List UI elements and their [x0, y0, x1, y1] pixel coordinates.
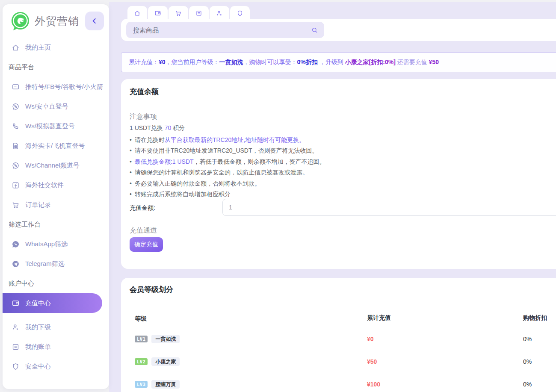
main-area: 累计充值：¥0，您当前用户等级：一贫如洗，购物时可以享受：0%折扣 ，升级到 小…	[109, 2, 556, 392]
chat-icon	[12, 83, 20, 91]
sidebar-item[interactable]: 我的主页	[3, 38, 109, 57]
sidebar-item-label: Ws/Channel频道号	[25, 162, 80, 170]
recharge-card: 充值余额 注意事项 1 USDT兑换 70 积分 请在兑换时从平台获取最新的TR…	[121, 79, 556, 269]
level-name: 一贫如洗	[151, 335, 180, 343]
sidebar-item-label: 我的账单	[25, 343, 51, 351]
sidebar-item[interactable]: 订单记录	[3, 195, 109, 215]
cart-icon	[175, 10, 182, 17]
sidebar-item[interactable]: 海外社交软件	[3, 175, 109, 195]
level-discount: 0%	[523, 378, 532, 391]
sidebar-item-label: 海外社交软件	[25, 181, 64, 189]
sidebar-section-label: 商品平台	[3, 57, 109, 77]
team-icon	[216, 10, 223, 17]
sidebar-item[interactable]: WhatsApp筛选	[3, 234, 109, 254]
level-row: LV3腰缠万贯¥1000%	[121, 378, 556, 391]
sidebar-section-label: 账户中心	[3, 274, 109, 293]
banner-text: 累计充值：¥0，您当前用户等级：一贫如洗，购物时可以享受：0%折扣 ，升级到 小…	[129, 59, 439, 66]
bill-icon	[12, 343, 20, 351]
note-item: 最低兑换金额:1 USDT，若低于最低金额，则余额不增加，资产不追回。	[130, 156, 325, 167]
level-discount: 0%	[523, 333, 532, 345]
sidebar-item-label: 充值中心	[25, 299, 51, 307]
cart-icon	[12, 201, 20, 209]
note-item: 务必要输入正确的付款金额，否则将收不到款。	[130, 178, 325, 189]
level-badge: LV3	[135, 381, 148, 388]
sidebar-item-label: Ws/安卓直登号	[25, 103, 68, 111]
sidebar-item-label: 我的主页	[25, 44, 51, 52]
app-logo-icon	[10, 11, 30, 31]
sidebar-item-label: 我的下级	[25, 323, 51, 331]
search-input[interactable]	[132, 26, 311, 34]
sidebar-item-label: 订单记录	[25, 201, 51, 209]
sidebar-item[interactable]: 安全中心	[3, 357, 109, 376]
header-card	[121, 19, 556, 41]
sidebar-item[interactable]: 推特号/FB号/谷歌号/小火箭	[3, 77, 109, 97]
note-item: 请不要使用非TRC20地址发送TRC20_USDT，否则资产将无法收回。	[130, 145, 325, 156]
levels-header-row: 等级 累计充值 购物折扣	[121, 314, 556, 324]
rate-line: 1 USDT兑换 70 积分	[130, 124, 185, 132]
notice-banner: 累计充值：¥0，您当前用户等级：一贫如洗，购物时可以享受：0%折扣 ，升级到 小…	[121, 52, 556, 72]
col-level: 等级	[135, 314, 147, 324]
levels-card: 会员等级划分 等级 累计充值 购物折扣 LV1一贫如洗¥00%LV2小康之家¥5…	[121, 278, 556, 392]
level-badge: LV2	[135, 358, 148, 365]
tab-cart[interactable]	[169, 6, 188, 21]
channel-title: 充值通道	[130, 226, 157, 235]
search-box[interactable]	[126, 22, 324, 38]
level-row: LV1一贫如洗¥00%	[121, 333, 556, 345]
level-discount: 0%	[523, 355, 532, 368]
wallet-icon	[154, 10, 161, 17]
col-discount: 购物折扣	[523, 314, 547, 322]
sidebar-section-label: 筛选工作台	[3, 215, 109, 234]
sidebar-item-label: 安全中心	[25, 363, 51, 371]
sim-icon	[12, 142, 20, 150]
sidebar-item[interactable]: 我的下级	[3, 317, 109, 337]
sidebar-item[interactable]: 充值中心	[3, 293, 102, 313]
tab-shield[interactable]	[230, 6, 250, 21]
level-recharge: ¥100	[367, 378, 380, 391]
level-recharge: ¥0	[367, 333, 374, 345]
sidebar-item-label: Telegram筛选	[25, 260, 65, 268]
bill-icon	[195, 10, 202, 17]
shield-icon	[12, 363, 20, 371]
recharge-title: 充值余额	[130, 87, 159, 97]
sidebar-item[interactable]: Ws/安卓直登号	[3, 97, 109, 116]
level-row: LV2小康之家¥500%	[121, 355, 556, 368]
sidebar-item[interactable]: Telegram筛选	[3, 254, 109, 274]
topnav-tabs	[127, 6, 250, 21]
sidebar-logo-row: 外贸营销	[3, 4, 109, 38]
sidebar-item[interactable]: Ws/模拟器直登号	[3, 116, 109, 136]
facebook-icon	[12, 181, 20, 189]
note-item: 转账完成后系统将自动增加相应积分	[130, 189, 325, 200]
search-icon[interactable]	[311, 27, 318, 34]
confirm-recharge-button[interactable]: 确定充值	[130, 237, 163, 252]
whatsapp-filled-icon	[12, 240, 20, 248]
col-recharge: 累计充值	[367, 314, 391, 322]
telegram-icon	[12, 260, 20, 268]
phone-icon	[12, 122, 20, 130]
tab-wallet[interactable]	[148, 6, 168, 21]
levels-title: 会员等级划分	[130, 285, 173, 295]
home-icon	[12, 44, 20, 52]
level-recharge: ¥50	[367, 355, 377, 368]
notes-list: 请在兑换时从平台获取最新的TRC20地址,地址随时有可能更换。请不要使用非TRC…	[130, 135, 325, 200]
amount-input[interactable]	[222, 199, 556, 216]
level-name: 腰缠万贯	[151, 380, 180, 389]
whatsapp-icon	[12, 103, 20, 111]
sidebar-menu: 我的主页商品平台推特号/FB号/谷歌号/小火箭Ws/安卓直登号Ws/模拟器直登号…	[3, 38, 109, 376]
sidebar-item-label: Ws/模拟器直登号	[25, 122, 75, 130]
team-icon	[12, 323, 20, 331]
sidebar-item-label: 海外实卡/飞机直登号	[25, 142, 85, 150]
level-name: 小康之家	[151, 357, 180, 366]
sidebar-item-label: 推特号/FB号/谷歌号/小火箭	[25, 83, 103, 91]
tab-team[interactable]	[210, 6, 229, 21]
sidebar-item[interactable]: 海外实卡/飞机直登号	[3, 136, 109, 156]
tab-home[interactable]	[127, 6, 147, 21]
sidebar-item[interactable]: 我的账单	[3, 337, 109, 357]
note-item: 请确保您的计算机和浏览器是安全的，以防止信息被篡改或泄露。	[130, 167, 325, 178]
tab-bill[interactable]	[189, 6, 209, 21]
sidebar-collapse-button[interactable]	[85, 12, 104, 30]
amount-label: 充值金额:	[130, 204, 155, 212]
sidebar: 外贸营销 我的主页商品平台推特号/FB号/谷歌号/小火箭Ws/安卓直登号Ws/模…	[3, 4, 109, 389]
app-title: 外贸营销	[35, 14, 79, 28]
wallet-icon	[12, 299, 20, 307]
sidebar-item[interactable]: Ws/Channel频道号	[3, 156, 109, 175]
